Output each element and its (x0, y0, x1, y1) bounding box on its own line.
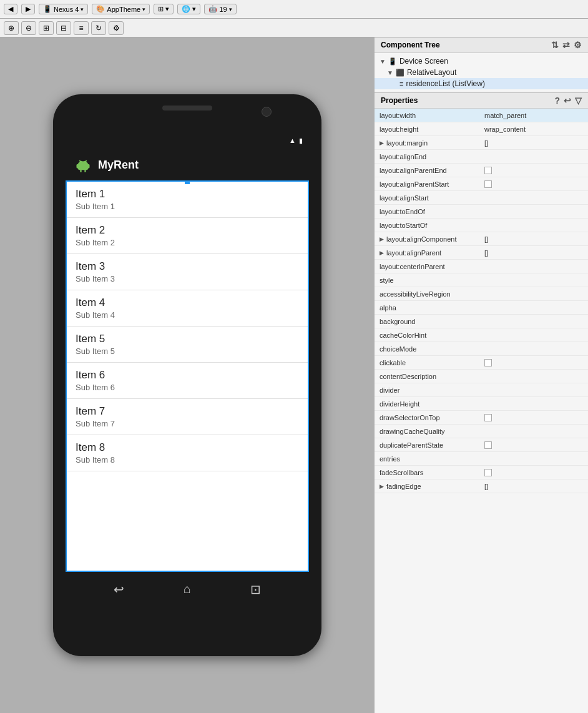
prop-undo-icon[interactable]: ↩ (564, 96, 571, 106)
property-row[interactable]: clickable (375, 356, 588, 370)
prop-checkbox[interactable] (484, 167, 492, 174)
property-row[interactable]: layout:toStartOf (375, 219, 588, 232)
prop-name-text: choiceMode (380, 345, 416, 353)
property-row[interactable]: fadeScrollbars (375, 466, 588, 479)
prop-checkbox[interactable] (484, 414, 492, 421)
prop-name: cacheColorHint (375, 330, 481, 340)
prop-name-text: layout:alignParentEnd (380, 167, 447, 174)
list-item[interactable]: Item 1 Sub Item 1 (67, 182, 308, 218)
prop-value (481, 458, 588, 460)
listview-container[interactable]: Item 1 Sub Item 1 Item 2 Sub Item 2 Item… (66, 180, 309, 572)
tree-icon-2[interactable]: ⇄ (562, 40, 570, 50)
layout-view-btn[interactable]: ≡ (74, 21, 89, 35)
property-row[interactable]: layout:toEndOf (375, 205, 588, 219)
component-tree: Component Tree ⇅ ⇄ ⚙ ▼ 📱 Device Screen ▼… (375, 37, 588, 92)
back-nav-icon[interactable]: ↩ (114, 582, 124, 597)
prop-name: background (375, 317, 481, 327)
prop-value-text: [] (484, 235, 488, 243)
zoom-100-btn[interactable]: ⊟ (56, 21, 71, 35)
android-icon-btn[interactable]: 🤖 19 ▾ (204, 4, 236, 14)
property-row[interactable]: ▶fadingEdge [] (375, 479, 588, 493)
prop-value (481, 155, 588, 158)
prop-checkbox[interactable] (484, 359, 492, 366)
list-item-title: Item 2 (76, 224, 299, 237)
expand-arrow[interactable]: ▶ (380, 250, 384, 256)
prop-checkbox[interactable] (484, 180, 492, 188)
tree-item-label: RelativeLayout (407, 68, 456, 77)
tree-content: ▼ 📱 Device Screen ▼ ⬛ RelativeLayout ≡ r… (375, 53, 588, 92)
property-row[interactable]: entries (375, 452, 588, 466)
prop-name-text: dividerHeight (380, 400, 419, 408)
property-row[interactable]: accessibilityLiveRegion (375, 287, 588, 301)
prop-value-text: [] (484, 483, 488, 490)
property-row[interactable]: ▶layout:margin [] (375, 136, 588, 150)
property-row[interactable]: cacheColorHint (375, 328, 588, 342)
prop-filter-icon[interactable]: ▽ (575, 96, 582, 106)
property-row[interactable]: alpha (375, 301, 588, 315)
property-row[interactable]: drawSelectorOnTop (375, 411, 588, 425)
android-icon: 🤖 (208, 5, 217, 13)
prop-name: layout:alignEnd (375, 152, 481, 162)
property-row[interactable]: duplicateParentState (375, 438, 588, 452)
property-row[interactable]: layout:alignEnd (375, 150, 588, 164)
tree-item[interactable]: ▼ ⬛ RelativeLayout (375, 67, 588, 78)
property-row[interactable]: layout:centerInParent (375, 260, 588, 273)
refresh-btn[interactable]: ↻ (91, 21, 106, 35)
prop-value (481, 440, 588, 450)
list-item[interactable]: Item 7 Sub Item 7 (67, 399, 308, 435)
property-row[interactable]: layout:alignStart (375, 191, 588, 205)
device-label: Nexus 4 (54, 6, 79, 13)
tree-item[interactable]: ▼ 📱 Device Screen (375, 56, 588, 67)
prop-name-text: layout:alignParent (386, 249, 441, 257)
locale-btn[interactable]: 🌐 ▾ (177, 4, 200, 14)
prop-name: clickable (375, 358, 481, 368)
expand-arrow[interactable]: ▶ (380, 140, 384, 146)
home-nav-icon[interactable]: ⌂ (184, 582, 191, 596)
prop-help-icon[interactable]: ? (554, 96, 560, 106)
back-button[interactable]: ◀ (4, 4, 17, 14)
tree-item[interactable]: ≡ residenceList (ListView) (375, 78, 588, 89)
theme-chevron: ▾ (142, 6, 145, 12)
list-item[interactable]: Item 4 Sub Item 4 (67, 290, 308, 327)
prop-name-text: background (380, 318, 416, 325)
recents-nav-icon[interactable]: ⊡ (250, 582, 261, 597)
list-item-title: Item 7 (76, 405, 299, 418)
property-row[interactable]: ▶layout:alignComponent [] (375, 232, 588, 246)
property-row[interactable]: drawingCacheQuality (375, 425, 588, 438)
prop-checkbox[interactable] (484, 469, 492, 476)
zoom-out-btn[interactable]: ⊖ (21, 21, 36, 35)
prop-value-text: [] (484, 139, 488, 147)
component-tree-header: Component Tree ⇅ ⇄ ⚙ (375, 37, 588, 53)
tree-icon-3[interactable]: ⚙ (574, 40, 582, 50)
list-item[interactable]: Item 2 Sub Item 2 (67, 218, 308, 254)
layout-btn[interactable]: ⊞ ▾ (154, 4, 174, 14)
list-item[interactable]: Item 8 Sub Item 8 (67, 435, 308, 471)
list-item[interactable]: Item 3 Sub Item 3 (67, 254, 308, 290)
forward-button[interactable]: ▶ (21, 4, 35, 14)
tree-icon-1[interactable]: ⇅ (551, 40, 559, 50)
expand-arrow[interactable]: ▶ (380, 483, 384, 489)
zoom-fit-btn[interactable]: ⊕ (4, 21, 19, 35)
device-selector[interactable]: 📱 Nexus 4 ▾ (39, 4, 88, 14)
prop-checkbox[interactable] (484, 441, 492, 449)
property-row[interactable]: ▶layout:alignParent [] (375, 246, 588, 260)
property-row[interactable]: dividerHeight (375, 397, 588, 411)
property-row[interactable]: background (375, 315, 588, 328)
property-row[interactable]: choiceMode (375, 342, 588, 356)
property-row[interactable]: layout:height wrap_content (375, 122, 588, 136)
prop-name-text: layout:alignEnd (380, 153, 426, 160)
expand-arrow[interactable]: ▶ (380, 236, 384, 242)
property-row[interactable]: contentDescription (375, 370, 588, 383)
property-row[interactable]: layout:alignParentStart (375, 177, 588, 191)
property-row[interactable]: layout:width match_parent (375, 109, 588, 122)
api-chevron: ▾ (229, 6, 232, 12)
list-item[interactable]: Item 5 Sub Item 5 (67, 327, 308, 363)
theme-selector[interactable]: 🎨 AppTheme ▾ (92, 4, 150, 14)
property-row[interactable]: layout:alignParentEnd (375, 164, 588, 177)
list-item[interactable]: Item 6 Sub Item 6 (67, 363, 308, 399)
property-row[interactable]: divider (375, 383, 588, 397)
tree-item-icon: ≡ (399, 80, 403, 87)
settings-btn[interactable]: ⚙ (109, 21, 124, 35)
property-row[interactable]: style (375, 273, 588, 287)
zoom-in-btn[interactable]: ⊞ (39, 21, 54, 35)
